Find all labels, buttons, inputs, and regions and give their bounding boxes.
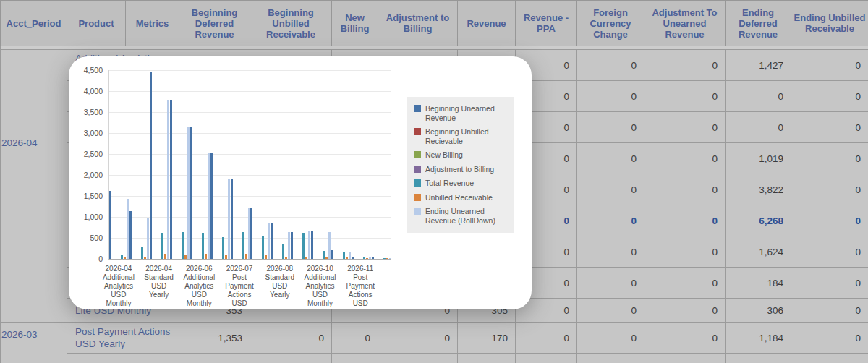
legend-label: Adjustment to Billing bbox=[425, 165, 494, 174]
value-cell: 0 bbox=[577, 50, 644, 81]
value-cell bbox=[577, 354, 644, 363]
column-header: New Billing bbox=[332, 1, 378, 46]
bar bbox=[124, 257, 126, 259]
value-cell: 0 bbox=[791, 174, 868, 205]
y-axis-tick-label: 500 bbox=[69, 234, 103, 242]
value-cell bbox=[516, 354, 577, 363]
column-header: Revenue bbox=[458, 1, 516, 46]
value-cell: 0 bbox=[791, 268, 868, 299]
legend-item[interactable]: Beginning Unbilled Recievable bbox=[414, 127, 509, 145]
table-row[interactable] bbox=[1, 354, 868, 363]
value-cell bbox=[378, 354, 458, 363]
acct-period-cell: 2026-03 bbox=[1, 323, 67, 363]
bar bbox=[205, 254, 207, 259]
bar bbox=[109, 191, 111, 259]
y-axis-tick-label: 0 bbox=[69, 255, 103, 263]
bar bbox=[331, 250, 333, 259]
y-axis-tick-label: 3,500 bbox=[69, 108, 103, 116]
column-header: Acct_Period bbox=[1, 1, 67, 46]
value-cell: 0 bbox=[791, 323, 868, 354]
value-cell: 1,427 bbox=[726, 50, 791, 81]
value-cell: 0 bbox=[644, 81, 726, 112]
legend-item[interactable]: New Billing bbox=[414, 150, 509, 160]
legend-item[interactable]: Total Revenue bbox=[414, 179, 509, 188]
bar-cluster bbox=[250, 70, 271, 259]
legend-item[interactable]: Unbilled Receivable bbox=[414, 193, 509, 202]
legend-item[interactable]: Adjustment to Billing bbox=[414, 165, 509, 174]
value-cell: 0 bbox=[577, 174, 644, 205]
column-header: Beginning Unbilled Receivable bbox=[250, 1, 332, 46]
legend-label: Ending Unearned Revenue (RollDown) bbox=[425, 207, 509, 225]
legend-swatch-icon bbox=[414, 128, 421, 135]
bar bbox=[225, 255, 227, 259]
y-axis-tick-label: 1,500 bbox=[69, 192, 103, 200]
value-cell: 306 bbox=[726, 299, 791, 323]
column-header: Ending Deferred Revenue bbox=[726, 1, 791, 46]
bar bbox=[383, 258, 386, 259]
value-cell: 0 bbox=[791, 81, 868, 112]
value-cell: 0 bbox=[726, 81, 791, 112]
value-cell: 0 bbox=[644, 205, 726, 236]
chart-x-axis: 2026-04AdditionalAnalyticsUSDMonthly2026… bbox=[109, 265, 391, 309]
value-cell: 0 bbox=[577, 299, 644, 323]
bar bbox=[265, 255, 267, 259]
value-cell: 0 bbox=[644, 323, 726, 354]
value-cell: 1,019 bbox=[726, 143, 791, 174]
bar-cluster bbox=[129, 70, 150, 259]
column-header: Adjustment to Billing bbox=[378, 1, 458, 46]
value-cell: 3,822 bbox=[726, 174, 791, 205]
bar bbox=[323, 251, 325, 259]
bar-cluster bbox=[351, 70, 371, 259]
value-cell bbox=[332, 354, 378, 363]
bar bbox=[372, 257, 374, 259]
value-cell: 0 bbox=[791, 143, 868, 174]
value-cell: 0 bbox=[577, 81, 644, 112]
value-cell: 0 bbox=[332, 323, 378, 354]
bar bbox=[285, 257, 287, 259]
bar-cluster bbox=[331, 70, 351, 259]
legend-label: Total Revenue bbox=[425, 179, 474, 188]
legend-item[interactable]: Beginning Unearned Revenue bbox=[414, 104, 509, 122]
bar bbox=[141, 247, 143, 259]
bar bbox=[150, 72, 152, 259]
value-cell bbox=[726, 354, 791, 363]
legend-item[interactable]: Ending Unearned Revenue (RollDown) bbox=[414, 207, 509, 225]
value-cell: 0 bbox=[644, 299, 726, 323]
bar bbox=[305, 257, 307, 259]
product-cell: Post Payment Actions USD Yearly bbox=[67, 323, 179, 354]
bar bbox=[389, 258, 391, 259]
chart-popup: 05001,0001,5002,0002,5003,0003,5004,0004… bbox=[69, 56, 532, 309]
value-cell bbox=[250, 354, 332, 363]
bar-cluster bbox=[109, 70, 129, 259]
value-cell: 0 bbox=[577, 268, 644, 299]
bar-cluster bbox=[271, 70, 291, 259]
bar bbox=[182, 232, 184, 259]
y-axis-tick-label: 4,000 bbox=[69, 87, 103, 95]
legend-swatch-icon bbox=[414, 194, 421, 201]
bar bbox=[184, 255, 187, 259]
bar bbox=[343, 252, 345, 259]
value-cell: 0 bbox=[791, 236, 868, 268]
value-cell: 0 bbox=[644, 143, 726, 174]
table-row[interactable]: 2026-03Post Payment Actions USD Yearly1,… bbox=[1, 323, 868, 354]
value-cell: 170 bbox=[458, 323, 516, 354]
bar bbox=[366, 258, 368, 259]
value-cell: 0 bbox=[791, 205, 868, 236]
value-cell: 0 bbox=[726, 112, 791, 143]
column-header: Revenue - PPA bbox=[516, 1, 577, 46]
bar bbox=[346, 257, 348, 259]
bar bbox=[326, 257, 328, 259]
column-header: Foreign Currency Change bbox=[577, 1, 644, 46]
acct-period-cell bbox=[1, 236, 67, 323]
column-header: Product bbox=[67, 1, 126, 46]
column-header: Beginning Deferred Revenue bbox=[179, 1, 250, 46]
value-cell bbox=[791, 354, 868, 363]
bar bbox=[144, 257, 146, 259]
bar bbox=[262, 236, 264, 259]
bar bbox=[202, 233, 204, 259]
bar-cluster bbox=[371, 70, 391, 259]
value-cell: 0 bbox=[791, 299, 868, 323]
legend-swatch-icon bbox=[414, 179, 421, 187]
bar bbox=[170, 100, 172, 259]
value-cell: 0 bbox=[516, 323, 577, 354]
